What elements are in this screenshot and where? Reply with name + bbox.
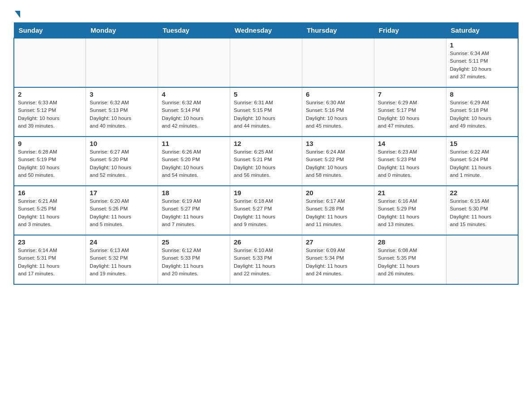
day-info: Sunrise: 6:29 AM Sunset: 5:17 PM Dayligh… <box>378 99 442 130</box>
day-number: 13 <box>306 140 370 147</box>
calendar-week-row: 23Sunrise: 6:14 AM Sunset: 5:31 PM Dayli… <box>14 235 518 284</box>
calendar-week-row: 2Sunrise: 6:33 AM Sunset: 5:12 PM Daylig… <box>14 87 518 137</box>
calendar-cell: 7Sunrise: 6:29 AM Sunset: 5:17 PM Daylig… <box>374 87 446 137</box>
day-info: Sunrise: 6:14 AM Sunset: 5:31 PM Dayligh… <box>18 247 82 278</box>
weekday-header-friday: Friday <box>374 23 446 39</box>
weekday-header-wednesday: Wednesday <box>230 23 302 39</box>
day-info: Sunrise: 6:09 AM Sunset: 5:34 PM Dayligh… <box>306 247 370 278</box>
day-info: Sunrise: 6:31 AM Sunset: 5:15 PM Dayligh… <box>234 99 298 130</box>
calendar-cell: 24Sunrise: 6:13 AM Sunset: 5:32 PM Dayli… <box>86 235 158 284</box>
day-number: 19 <box>234 189 298 197</box>
calendar-cell: 27Sunrise: 6:09 AM Sunset: 5:34 PM Dayli… <box>302 235 374 284</box>
calendar-cell <box>302 38 374 87</box>
weekday-header-monday: Monday <box>86 23 158 39</box>
calendar-cell: 28Sunrise: 6:08 AM Sunset: 5:35 PM Dayli… <box>374 235 446 284</box>
day-number: 12 <box>234 140 298 147</box>
day-info: Sunrise: 6:34 AM Sunset: 5:11 PM Dayligh… <box>450 50 514 81</box>
calendar-week-row: 16Sunrise: 6:21 AM Sunset: 5:25 PM Dayli… <box>14 186 518 235</box>
day-number: 16 <box>18 189 82 197</box>
day-number: 21 <box>378 189 442 197</box>
weekday-header-saturday: Saturday <box>446 23 518 39</box>
calendar-cell: 8Sunrise: 6:29 AM Sunset: 5:18 PM Daylig… <box>446 87 518 137</box>
calendar-cell <box>158 38 230 87</box>
day-info: Sunrise: 6:17 AM Sunset: 5:28 PM Dayligh… <box>306 197 370 228</box>
day-number: 18 <box>162 189 226 197</box>
logo <box>13 9 20 18</box>
day-info: Sunrise: 6:18 AM Sunset: 5:27 PM Dayligh… <box>234 197 298 228</box>
day-info: Sunrise: 6:15 AM Sunset: 5:30 PM Dayligh… <box>450 197 514 228</box>
calendar-cell: 1Sunrise: 6:34 AM Sunset: 5:11 PM Daylig… <box>446 38 518 87</box>
day-info: Sunrise: 6:32 AM Sunset: 5:14 PM Dayligh… <box>162 99 226 130</box>
weekday-header-row: SundayMondayTuesdayWednesdayThursdayFrid… <box>14 23 518 39</box>
day-info: Sunrise: 6:21 AM Sunset: 5:25 PM Dayligh… <box>18 197 82 228</box>
calendar-cell: 11Sunrise: 6:26 AM Sunset: 5:20 PM Dayli… <box>158 137 230 186</box>
day-info: Sunrise: 6:27 AM Sunset: 5:20 PM Dayligh… <box>90 148 154 179</box>
calendar-cell: 20Sunrise: 6:17 AM Sunset: 5:28 PM Dayli… <box>302 186 374 235</box>
day-number: 15 <box>450 140 514 147</box>
day-number: 11 <box>162 140 226 147</box>
calendar-cell: 25Sunrise: 6:12 AM Sunset: 5:33 PM Dayli… <box>158 235 230 284</box>
day-info: Sunrise: 6:32 AM Sunset: 5:13 PM Dayligh… <box>90 99 154 130</box>
calendar-cell <box>86 38 158 87</box>
day-info: Sunrise: 6:13 AM Sunset: 5:32 PM Dayligh… <box>90 247 154 278</box>
day-info: Sunrise: 6:10 AM Sunset: 5:33 PM Dayligh… <box>234 247 298 278</box>
calendar-cell <box>230 38 302 87</box>
day-number: 10 <box>90 140 154 147</box>
calendar-cell: 2Sunrise: 6:33 AM Sunset: 5:12 PM Daylig… <box>14 87 86 137</box>
day-info: Sunrise: 6:20 AM Sunset: 5:26 PM Dayligh… <box>90 197 154 228</box>
day-info: Sunrise: 6:29 AM Sunset: 5:18 PM Dayligh… <box>450 99 514 130</box>
page-header <box>13 9 519 18</box>
day-info: Sunrise: 6:23 AM Sunset: 5:23 PM Dayligh… <box>378 148 442 179</box>
day-number: 28 <box>378 238 442 246</box>
day-info: Sunrise: 6:16 AM Sunset: 5:29 PM Dayligh… <box>378 197 442 228</box>
day-number: 6 <box>306 90 370 98</box>
calendar-cell: 5Sunrise: 6:31 AM Sunset: 5:15 PM Daylig… <box>230 87 302 137</box>
calendar-cell: 3Sunrise: 6:32 AM Sunset: 5:13 PM Daylig… <box>86 87 158 137</box>
day-info: Sunrise: 6:26 AM Sunset: 5:20 PM Dayligh… <box>162 148 226 179</box>
calendar-body: 1Sunrise: 6:34 AM Sunset: 5:11 PM Daylig… <box>14 38 518 284</box>
calendar-cell <box>374 38 446 87</box>
day-number: 23 <box>18 238 82 246</box>
day-number: 20 <box>306 189 370 197</box>
calendar-cell: 13Sunrise: 6:24 AM Sunset: 5:22 PM Dayli… <box>302 137 374 186</box>
day-number: 5 <box>234 90 298 98</box>
calendar-cell <box>446 235 518 284</box>
day-number: 26 <box>234 238 298 246</box>
weekday-header-sunday: Sunday <box>14 23 86 39</box>
day-info: Sunrise: 6:24 AM Sunset: 5:22 PM Dayligh… <box>306 148 370 179</box>
calendar-week-row: 1Sunrise: 6:34 AM Sunset: 5:11 PM Daylig… <box>14 38 518 87</box>
calendar-cell: 26Sunrise: 6:10 AM Sunset: 5:33 PM Dayli… <box>230 235 302 284</box>
day-number: 27 <box>306 238 370 246</box>
day-info: Sunrise: 6:22 AM Sunset: 5:24 PM Dayligh… <box>450 148 514 179</box>
day-info: Sunrise: 6:25 AM Sunset: 5:21 PM Dayligh… <box>234 148 298 179</box>
calendar-header: SundayMondayTuesdayWednesdayThursdayFrid… <box>14 23 518 39</box>
calendar-week-row: 9Sunrise: 6:28 AM Sunset: 5:19 PM Daylig… <box>14 137 518 186</box>
day-info: Sunrise: 6:19 AM Sunset: 5:27 PM Dayligh… <box>162 197 226 228</box>
calendar-cell: 10Sunrise: 6:27 AM Sunset: 5:20 PM Dayli… <box>86 137 158 186</box>
day-number: 3 <box>90 90 154 98</box>
calendar-cell: 23Sunrise: 6:14 AM Sunset: 5:31 PM Dayli… <box>14 235 86 284</box>
calendar-cell: 12Sunrise: 6:25 AM Sunset: 5:21 PM Dayli… <box>230 137 302 186</box>
day-number: 8 <box>450 90 514 98</box>
day-info: Sunrise: 6:08 AM Sunset: 5:35 PM Dayligh… <box>378 247 442 278</box>
day-number: 7 <box>378 90 442 98</box>
day-number: 2 <box>18 90 82 98</box>
day-info: Sunrise: 6:28 AM Sunset: 5:19 PM Dayligh… <box>18 148 82 179</box>
logo-arrow-icon <box>15 11 20 18</box>
day-info: Sunrise: 6:33 AM Sunset: 5:12 PM Dayligh… <box>18 99 82 130</box>
day-number: 24 <box>90 238 154 246</box>
day-number: 1 <box>450 41 514 49</box>
day-number: 4 <box>162 90 226 98</box>
day-info: Sunrise: 6:12 AM Sunset: 5:33 PM Dayligh… <box>162 247 226 278</box>
day-number: 25 <box>162 238 226 246</box>
calendar-cell: 9Sunrise: 6:28 AM Sunset: 5:19 PM Daylig… <box>14 137 86 186</box>
calendar-cell: 16Sunrise: 6:21 AM Sunset: 5:25 PM Dayli… <box>14 186 86 235</box>
calendar-cell: 21Sunrise: 6:16 AM Sunset: 5:29 PM Dayli… <box>374 186 446 235</box>
day-number: 17 <box>90 189 154 197</box>
calendar-table: SundayMondayTuesdayWednesdayThursdayFrid… <box>13 22 519 285</box>
day-number: 22 <box>450 189 514 197</box>
calendar-cell: 17Sunrise: 6:20 AM Sunset: 5:26 PM Dayli… <box>86 186 158 235</box>
day-info: Sunrise: 6:30 AM Sunset: 5:16 PM Dayligh… <box>306 99 370 130</box>
calendar-cell: 6Sunrise: 6:30 AM Sunset: 5:16 PM Daylig… <box>302 87 374 137</box>
weekday-header-thursday: Thursday <box>302 23 374 39</box>
